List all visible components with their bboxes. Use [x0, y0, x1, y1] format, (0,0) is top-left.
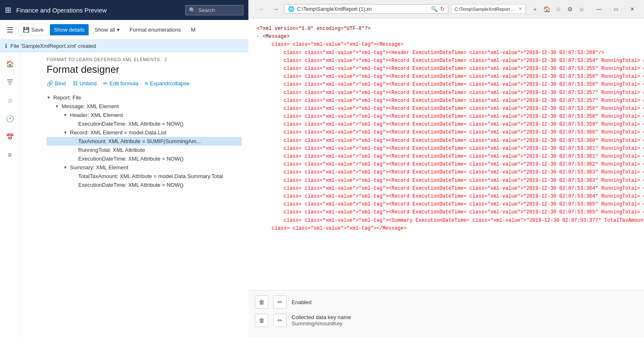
search-box[interactable]: 🔍 Search	[185, 5, 243, 15]
address-search-icon[interactable]: 🔍	[431, 6, 438, 12]
tree-node[interactable]: RunningTotal: XML Attribute	[47, 146, 242, 154]
search-placeholder: Search	[198, 7, 215, 13]
sidebar-item-list[interactable]: ≡	[2, 147, 18, 164]
tree-node-text: Record: XML Element = model.Data.List	[70, 129, 166, 136]
address-input-1[interactable]	[297, 6, 429, 12]
collected-key-row: 🗑 ✏ Collected data key name SummingAmoun…	[255, 314, 637, 327]
xml-line: class= class="xml-value">"xml-tag"><Summ…	[257, 217, 636, 225]
xml-line: class= class="xml-value">"xml-tag"><Reco…	[257, 57, 636, 65]
tree-node[interactable]: TotalTaxAmount: XML Attribute = model.Da…	[47, 172, 242, 181]
tree-node[interactable]: ▼Report: File	[47, 93, 242, 102]
minimize-button[interactable]: —	[591, 3, 607, 15]
browser-tab-1[interactable]: C:\Temp\SampleXmlReport ... ✕	[451, 4, 526, 14]
xml-declaration: <?xml version="1.0" encoding="UTF-8"?>	[257, 25, 636, 33]
globe-icon: 🌐	[288, 6, 295, 12]
address-bar-1[interactable]: 🌐 🔍 ↻	[284, 4, 448, 14]
xml-line: class= class="xml-value">"xml-tag"><Reco…	[257, 177, 636, 185]
unlink-icon: ⛓	[72, 80, 78, 87]
maximize-button[interactable]: ▭	[607, 3, 624, 15]
tree-node-text: ExecutionDateTime: XML Attribute = NOW()	[78, 121, 183, 127]
show-all-button[interactable]: Show all ▾	[90, 24, 124, 35]
sidebar-item-filter[interactable]	[2, 74, 18, 90]
xml-line: class= class="xml-value">"xml-tag"><Reco…	[257, 137, 636, 145]
smiley-button[interactable]: ☺	[577, 4, 587, 14]
tree-node[interactable]: TaxAmount: XML Attribute = SUMIF(Summing…	[47, 137, 242, 146]
xml-line: class= class="xml-value">"xml-tag"><Reco…	[257, 193, 636, 201]
grid-icon[interactable]: ⊞	[5, 5, 11, 15]
xml-line: class= class="xml-value">"xml-tag"></Mes…	[257, 225, 636, 233]
save-icon: 💾	[23, 27, 30, 33]
show-details-button[interactable]: Show details	[50, 24, 89, 35]
tree-node-text: TaxAmount: XML Attribute = SUMIF(Summing…	[78, 138, 201, 144]
tree-node[interactable]: ExecutionDateTime: XML Attribute = NOW()	[47, 119, 242, 128]
main-content: FORMAT TO LEARN DEFERRED XML ELEMENTS : …	[40, 52, 248, 337]
top-bar: ⊞ Finance and Operations Preview 🔍 Searc…	[0, 0, 248, 20]
xml-line: class= class="xml-value">"xml-tag"><Reco…	[257, 168, 636, 176]
xml-line: class= class="xml-value">"xml-tag"><Reco…	[257, 73, 636, 81]
save-button[interactable]: 💾 Save	[18, 24, 48, 36]
tree-node[interactable]: ▼Header: XML Element	[47, 111, 242, 119]
edit-formula-link[interactable]: ✏ Edit formula	[103, 80, 138, 87]
info-bar: ℹ File 'SampleXmlReport.xml' created	[0, 40, 248, 52]
tree-node[interactable]: ExecutionDateTime: XML Attribute = NOW()	[47, 154, 242, 163]
sidebar-item-home[interactable]: 🏠	[2, 55, 18, 72]
home-browser-button[interactable]: 🏠	[542, 4, 552, 14]
back-button[interactable]: ←	[256, 3, 268, 15]
search-icon: 🔍	[189, 7, 196, 13]
tree-node-text: Message: XML Element	[62, 103, 119, 109]
tree-area: ▼Report: File▼Message: XML Element▼Heade…	[40, 90, 248, 337]
tree-node-text: Header: XML Element	[70, 112, 123, 118]
formula-icon: ✏	[103, 80, 108, 87]
xml-content: <?xml version="1.0" encoding="UTF-8"?>- …	[248, 18, 644, 290]
xml-line: class= class="xml-value">"xml-tag"><Reco…	[257, 89, 636, 97]
unbind-link[interactable]: ⛓ Unbind	[72, 80, 97, 87]
settings-browser-button[interactable]: ⚙	[565, 4, 575, 14]
xml-line: class= class="xml-value">"xml-tag"><Reco…	[257, 81, 636, 89]
tree-node[interactable]: ▼Record: XML Element = model.Data.List	[47, 128, 242, 137]
browser-icons-right: + 🏠 ☆ ⚙ ☺	[530, 4, 587, 14]
expand-collapse-link[interactable]: ≡ Expand/collapse	[145, 80, 190, 87]
designer-title: Format designer	[47, 64, 242, 75]
new-tab-button[interactable]: +	[530, 4, 540, 14]
window-controls-right: — ▭ ✕	[591, 3, 641, 15]
tree-node[interactable]: ExecutionDateTime: XML Attribute = NOW()	[47, 181, 242, 189]
collected-key-label: Collected data key name	[292, 314, 351, 320]
properties-panel: 🗑 ✏ Enabled 🗑 ✏ Collected data key name …	[248, 290, 644, 337]
xml-message-open: - <Message>	[257, 33, 636, 41]
tree-arrow: ▼	[47, 95, 53, 100]
enabled-edit-button[interactable]: ✏	[273, 295, 287, 309]
enabled-delete-button[interactable]: 🗑	[255, 295, 268, 309]
tree-arrow: ▼	[63, 165, 70, 170]
forward-button[interactable]: →	[270, 3, 282, 15]
sidebar-item-clock[interactable]: 🕐	[2, 110, 18, 127]
tree-node-text: TotalTaxAmount: XML Attribute = model.Da…	[78, 173, 223, 179]
info-icon: ℹ	[5, 42, 7, 49]
more-button[interactable]: M	[187, 24, 200, 35]
tree-node-text: ExecutionDateTime: XML Attribute = NOW()	[78, 156, 183, 162]
xml-line: class= class="xml-value">"xml-tag"><Reco…	[257, 161, 636, 168]
close-window-button[interactable]: ✕	[624, 3, 641, 15]
xml-line: class= class="xml-value">"xml-tag"><Reco…	[257, 121, 636, 129]
collected-key-edit-button[interactable]: ✏	[273, 314, 287, 327]
toolbar: ☰ 💾 Save Show details Show all ▾ Format …	[0, 20, 248, 40]
action-bar: 🔗 Bind ⛓ Unbind ✏ Edit formula ≡ Expand/…	[40, 79, 248, 90]
close-tab-1-icon[interactable]: ✕	[518, 6, 522, 12]
xml-line: class= class="xml-value">"xml-tag"><Reco…	[257, 113, 636, 121]
star-browser-button[interactable]: ☆	[553, 4, 563, 14]
tree-node-text: RunningTotal: XML Attribute	[78, 147, 145, 153]
tree-arrow: ▼	[55, 104, 62, 109]
tree-node-text: Report: File	[53, 94, 81, 101]
sidebar-item-star[interactable]: ☆	[2, 92, 18, 109]
xml-line: class= class="xml-value">"xml-tag"><Reco…	[257, 201, 636, 208]
collected-key-delete-button[interactable]: 🗑	[255, 314, 268, 327]
hamburger-button[interactable]: ☰	[3, 23, 17, 37]
sidebar-item-calendar[interactable]: 📅	[2, 129, 18, 145]
tree-arrow: ▼	[63, 113, 70, 117]
format-enumerations-button[interactable]: Format enumerations	[126, 24, 186, 35]
tree-node[interactable]: ▼Message: XML Element	[47, 102, 242, 111]
refresh-icon[interactable]: ↻	[440, 6, 445, 12]
tree-node[interactable]: ▼Summary: XML Element	[47, 163, 242, 172]
bind-link[interactable]: 🔗 Bind	[47, 80, 66, 87]
sidebar-icons: 🏠 ☆ 🕐 📅 ≡	[0, 52, 20, 337]
xml-line: class= class="xml-value">"xml-tag"><Reco…	[257, 65, 636, 73]
